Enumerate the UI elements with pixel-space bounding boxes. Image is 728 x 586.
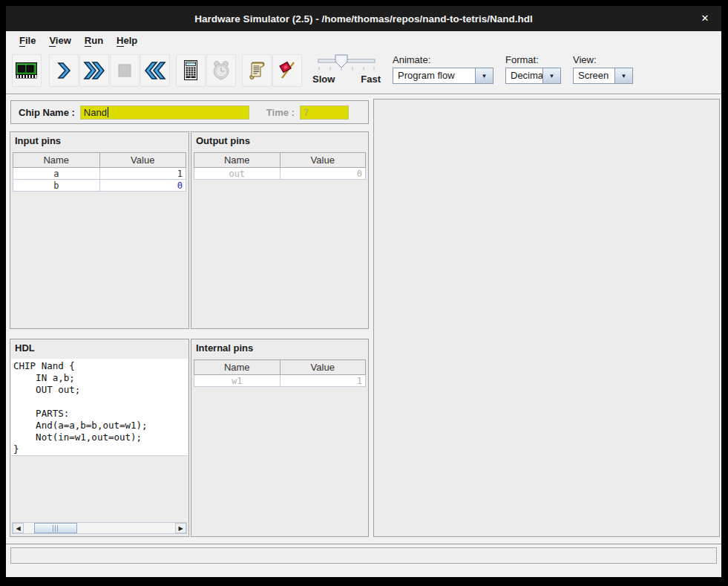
- rewind-icon: [143, 60, 167, 81]
- text-caret: [108, 107, 108, 117]
- animate-label: Animate:: [393, 54, 493, 65]
- column-header-value: Value: [99, 153, 186, 168]
- pin-value-cell: 0: [280, 168, 366, 180]
- table-row: a 1: [13, 168, 186, 180]
- chevron-down-icon[interactable]: ▼: [614, 68, 632, 83]
- speed-slider-track[interactable]: [312, 54, 381, 74]
- table-row: out 0: [194, 168, 366, 180]
- slider-fast-label: Fast: [361, 74, 381, 85]
- output-pins-panel: Output pins Name Value out 0: [191, 131, 369, 329]
- hdl-view-button[interactable]: [242, 54, 272, 87]
- chip-display-panel: [373, 99, 720, 537]
- hdl-horizontal-scrollbar[interactable]: ◀ ▶: [12, 522, 187, 534]
- fast-forward-icon: [82, 60, 106, 81]
- chevron-down-icon[interactable]: ▼: [542, 68, 560, 83]
- stop-button[interactable]: [110, 54, 140, 87]
- menu-view[interactable]: View: [42, 31, 77, 51]
- scrollbar-left-arrow[interactable]: ◀: [13, 523, 24, 533]
- pin-value-cell[interactable]: 1: [99, 168, 186, 180]
- speed-slider-thumb: [335, 55, 347, 68]
- scrollbar-grip: [53, 525, 59, 532]
- pin-name-cell: a: [13, 168, 100, 180]
- load-chip-button[interactable]: [12, 54, 42, 87]
- single-step-button[interactable]: [49, 54, 79, 87]
- chevron-down-icon[interactable]: ▼: [475, 68, 493, 83]
- column-header-name: Name: [13, 153, 100, 168]
- run-button[interactable]: [79, 54, 109, 87]
- view-dropdown[interactable]: Screen ▼: [573, 68, 633, 84]
- menu-bar: File View Run Help: [6, 31, 721, 51]
- pin-name-cell: w1: [194, 375, 281, 387]
- table-row: b 0: [13, 180, 186, 192]
- format-control: Format: Decimal ▼: [505, 54, 561, 84]
- column-header-value: Value: [280, 360, 366, 375]
- pin-name-cell: out: [194, 168, 281, 180]
- view-label: View:: [573, 54, 633, 65]
- close-icon[interactable]: ✕: [699, 13, 711, 25]
- slider-slow-label: Slow: [312, 74, 335, 85]
- scrollbar-right-arrow[interactable]: ▶: [175, 523, 186, 533]
- menu-file[interactable]: File: [13, 31, 42, 51]
- toolbar: Slow Fast Animate: Program flow ▼ Format…: [6, 51, 721, 94]
- chip-name-label: Chip Name :: [19, 107, 75, 118]
- hdl-code-view[interactable]: CHIP Nand { IN a,b; OUT out; PARTS: And(…: [11, 359, 188, 456]
- scroll-document-icon: [246, 60, 267, 81]
- input-pins-table: Name Value a 1 b 0: [13, 152, 186, 192]
- output-pins-table: Name Value out 0: [194, 152, 366, 180]
- animate-selected-value: Program flow: [393, 68, 475, 83]
- view-control: View: Screen ▼: [573, 54, 633, 84]
- alarm-clock-icon: [211, 60, 232, 81]
- status-message-bar: [10, 547, 717, 564]
- output-pins-title: Output pins: [191, 132, 368, 146]
- pin-value-cell: 1: [280, 375, 366, 387]
- clock-button[interactable]: [206, 54, 236, 87]
- animate-dropdown[interactable]: Program flow ▼: [393, 68, 493, 84]
- internal-pins-panel: Internal pins Name Value w1 1: [191, 339, 369, 537]
- input-pins-panel: Input pins Name Value a 1 b 0: [10, 131, 189, 329]
- format-selected-value: Decimal: [506, 68, 542, 83]
- pin-value-cell-editing[interactable]: 0: [99, 180, 186, 192]
- calculator-icon: [182, 59, 200, 82]
- pin-name-cell: b: [13, 180, 100, 192]
- app-window: Hardware Simulator (2.5) - /home/thomas/…: [6, 6, 721, 577]
- status-divider: [6, 544, 721, 545]
- window-title: Hardware Simulator (2.5) - /home/thomas/…: [194, 13, 532, 25]
- hdl-panel: HDL CHIP Nand { IN a,b; OUT out; PARTS: …: [10, 339, 189, 537]
- red-flag-icon: [277, 60, 298, 81]
- time-field: 7: [300, 105, 349, 120]
- memory-chip-icon: [15, 61, 39, 80]
- column-header-name: Name: [194, 153, 281, 168]
- internal-pins-table: Name Value w1 1: [194, 359, 366, 387]
- internal-pins-title: Internal pins: [191, 339, 368, 354]
- eval-button[interactable]: [176, 54, 206, 87]
- stop-square-icon: [116, 62, 134, 79]
- menu-help[interactable]: Help: [110, 31, 144, 51]
- chip-name-bar: Chip Name : Nand Time : 7: [10, 100, 369, 124]
- breakpoints-button[interactable]: [272, 54, 302, 87]
- chip-name-input[interactable]: Nand: [80, 105, 249, 120]
- column-header-value: Value: [280, 153, 366, 168]
- menu-run[interactable]: Run: [78, 31, 110, 51]
- input-pins-title: Input pins: [10, 132, 188, 146]
- scrollbar-thumb[interactable]: [34, 523, 77, 533]
- reset-button[interactable]: [140, 54, 170, 87]
- format-label: Format:: [505, 54, 561, 65]
- time-label: Time :: [266, 107, 295, 118]
- format-dropdown[interactable]: Decimal ▼: [505, 68, 561, 84]
- column-header-name: Name: [194, 360, 281, 375]
- speed-slider: Slow Fast: [312, 54, 381, 90]
- view-selected-value: Screen: [574, 68, 614, 83]
- table-row: w1 1: [194, 375, 366, 387]
- toolbar-separator: [6, 94, 721, 95]
- title-bar: Hardware Simulator (2.5) - /home/thomas/…: [6, 6, 721, 31]
- step-forward-icon: [54, 61, 73, 80]
- scrollbar-track[interactable]: [24, 523, 175, 533]
- animate-control: Animate: Program flow ▼: [393, 54, 493, 84]
- hdl-title: HDL: [10, 339, 188, 354]
